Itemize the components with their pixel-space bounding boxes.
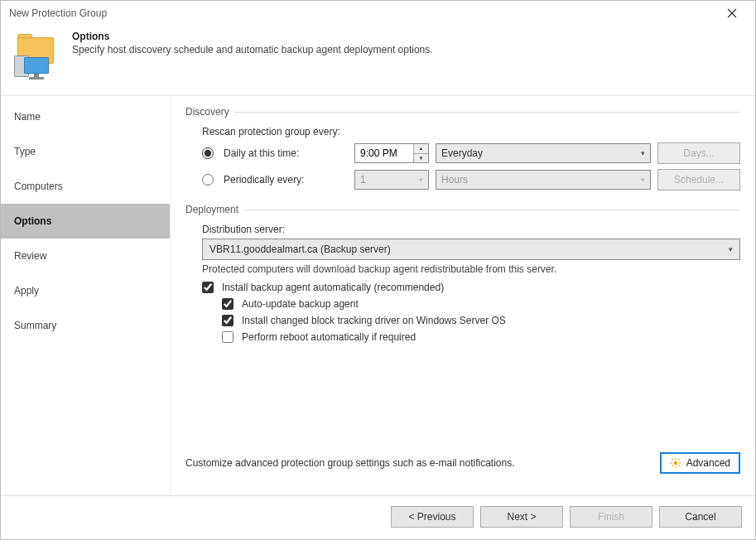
rescan-label: Rescan protection group every: xyxy=(185,126,740,137)
chevron-down-icon: ▾ xyxy=(641,149,645,157)
chevron-down-icon: ▾ xyxy=(729,245,733,253)
svg-rect-3 xyxy=(670,462,672,463)
discovery-legend: Discovery xyxy=(185,106,234,118)
header-icon xyxy=(12,32,60,80)
daily-time-input[interactable]: ▲ ▼ xyxy=(354,143,429,163)
svg-rect-8 xyxy=(672,465,673,466)
sidebar-item-apply[interactable]: Apply xyxy=(1,273,170,308)
sidebar-item-computers[interactable]: Computers xyxy=(1,169,170,204)
advanced-button[interactable]: Advanced xyxy=(660,452,740,474)
previous-button[interactable]: < Previous xyxy=(391,506,474,528)
periodic-radio[interactable] xyxy=(202,174,214,186)
install-agent-label: Install backup agent automatically (reco… xyxy=(222,282,444,293)
periodic-value: 1 xyxy=(360,174,366,186)
cancel-button[interactable]: Cancel xyxy=(659,506,742,528)
gear-icon xyxy=(670,457,681,469)
svg-rect-2 xyxy=(675,466,676,468)
svg-rect-1 xyxy=(675,458,676,460)
periodic-label: Periodically every: xyxy=(224,174,348,186)
reboot-checkbox[interactable] xyxy=(222,331,234,343)
wizard-sidebar: Name Type Computers Options Review Apply… xyxy=(1,96,171,495)
dist-server-value: VBR11.gooddealmart.ca (Backup server) xyxy=(209,243,391,255)
days-button: Days... xyxy=(657,142,740,164)
install-cbt-checkbox[interactable] xyxy=(222,315,234,326)
periodic-value-select: 1 ▾ xyxy=(354,170,429,190)
next-button[interactable]: Next > xyxy=(480,506,563,528)
wizard-header: Options Specify host discovery schedule … xyxy=(1,26,755,95)
periodic-unit-select: Hours ▾ xyxy=(436,170,651,190)
sidebar-item-review[interactable]: Review xyxy=(1,239,170,273)
dayofweek-value: Everyday xyxy=(441,147,483,159)
advanced-hint: Customize advanced protection group sett… xyxy=(185,457,515,469)
reboot-label: Perform reboot automatically if required xyxy=(242,331,416,343)
svg-rect-4 xyxy=(679,462,681,463)
close-icon xyxy=(727,8,737,18)
deployment-group: Deployment Distribution server: VBR11.go… xyxy=(185,204,740,348)
svg-point-0 xyxy=(673,461,677,465)
install-cbt-label: Install changed block tracking driver on… xyxy=(242,315,506,326)
daily-radio[interactable] xyxy=(202,147,214,159)
close-button[interactable] xyxy=(715,1,749,26)
deployment-legend: Deployment xyxy=(185,204,243,215)
spinner-down[interactable]: ▼ xyxy=(414,154,428,163)
sidebar-item-name[interactable]: Name xyxy=(1,99,170,134)
chevron-down-icon: ▾ xyxy=(419,176,423,184)
auto-update-label: Auto-update backup agent xyxy=(242,298,359,310)
dist-hint: Protected computers will download backup… xyxy=(185,263,740,275)
install-agent-checkbox[interactable] xyxy=(202,282,214,293)
sidebar-item-options[interactable]: Options xyxy=(1,204,170,239)
page-title: Options xyxy=(72,31,433,42)
window-title: New Protection Group xyxy=(9,7,715,19)
titlebar: New Protection Group xyxy=(1,1,755,26)
svg-rect-6 xyxy=(677,465,679,466)
header-text: Options Specify host discovery schedule … xyxy=(72,31,433,55)
finish-button: Finish xyxy=(570,506,652,528)
svg-rect-7 xyxy=(677,458,679,460)
schedule-button: Schedule... xyxy=(657,169,740,190)
sidebar-item-summary[interactable]: Summary xyxy=(1,308,170,343)
dist-server-select[interactable]: VBR11.gooddealmart.ca (Backup server) ▾ xyxy=(202,239,740,260)
dist-server-label: Distribution server: xyxy=(185,224,740,235)
discovery-group: Discovery Rescan protection group every:… xyxy=(185,106,740,195)
dayofweek-select[interactable]: Everyday ▾ xyxy=(436,143,651,163)
svg-rect-5 xyxy=(672,458,673,460)
time-field[interactable] xyxy=(355,144,413,162)
sidebar-item-type[interactable]: Type xyxy=(1,134,170,169)
wizard-window: New Protection Group Options Specify hos… xyxy=(0,0,756,540)
daily-label: Daily at this time: xyxy=(224,147,348,159)
wizard-footer: < Previous Next > Finish Cancel xyxy=(1,495,755,539)
wizard-content: Discovery Rescan protection group every:… xyxy=(171,96,755,495)
chevron-down-icon: ▾ xyxy=(641,176,645,184)
spinner-up[interactable]: ▲ xyxy=(414,144,428,154)
page-subtitle: Specify host discovery schedule and auto… xyxy=(72,44,433,55)
auto-update-checkbox[interactable] xyxy=(222,298,234,310)
advanced-button-label: Advanced xyxy=(686,457,730,469)
periodic-unit: Hours xyxy=(441,174,468,186)
